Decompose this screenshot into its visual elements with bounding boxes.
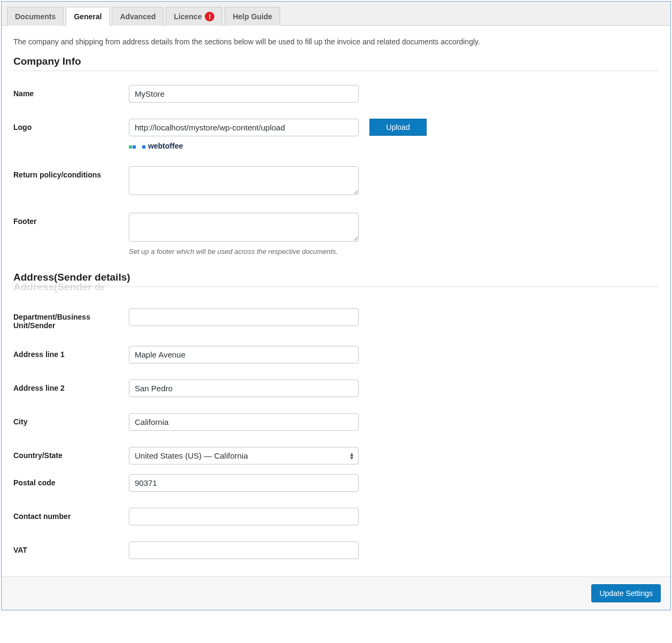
addr1-input[interactable] <box>129 346 359 363</box>
return-policy-input[interactable] <box>129 166 359 195</box>
tab-general[interactable]: General <box>66 7 110 26</box>
label-logo: Logo <box>13 119 129 131</box>
row-country-state: Country/State United States (US) — Calif… <box>13 447 659 464</box>
footer-input[interactable] <box>129 213 359 242</box>
row-name: Name <box>13 85 659 103</box>
tab-help-guide[interactable]: Help Guide <box>225 7 280 26</box>
city-input[interactable] <box>129 413 359 431</box>
label-contact: Contact number <box>13 508 129 521</box>
logo-preview: webtoffee <box>129 142 359 150</box>
tab-documents[interactable]: Documents <box>7 7 64 26</box>
logo-preview-icon <box>129 142 146 150</box>
row-department: Department/Business Unit/Sender <box>13 308 659 330</box>
upload-button[interactable]: Upload <box>369 119 427 136</box>
label-addr1: Address line 1 <box>13 346 129 359</box>
row-return-policy: Return policy/conditions <box>13 166 659 197</box>
row-addr2: Address line 2 <box>13 379 659 397</box>
tab-licence[interactable]: Licence ! <box>166 7 222 26</box>
row-city: City <box>13 413 659 431</box>
label-name: Name <box>13 85 129 98</box>
update-settings-button[interactable]: Update Settings <box>591 584 661 602</box>
label-vat: VAT <box>13 541 129 554</box>
settings-panel: Documents General Advanced Licence ! Hel… <box>1 1 671 610</box>
row-logo: Logo webtoffee Upload <box>13 119 659 150</box>
page-description: The company and shipping from address de… <box>13 37 659 46</box>
row-footer: Footer Set up a footer which will be use… <box>13 213 659 255</box>
section-company-info: Company Info <box>13 56 659 71</box>
footer-bar: Update Settings <box>2 576 670 610</box>
section-address: Address(Sender details) Address(Sender d… <box>13 272 659 287</box>
footer-help-text: Set up a footer which will be used acros… <box>129 247 359 255</box>
row-contact: Contact number <box>13 508 659 525</box>
label-addr2: Address line 2 <box>13 379 129 392</box>
alert-icon: ! <box>205 12 214 21</box>
name-input[interactable] <box>129 85 359 103</box>
department-input[interactable] <box>129 308 359 326</box>
label-department: Department/Business Unit/Sender <box>13 308 129 330</box>
row-addr1: Address line 1 <box>13 346 659 363</box>
postal-input[interactable] <box>129 474 359 492</box>
label-country-state: Country/State <box>13 447 129 460</box>
tab-licence-label: Licence <box>174 12 202 21</box>
label-city: City <box>13 413 129 426</box>
contact-input[interactable] <box>129 508 359 525</box>
row-postal: Postal code <box>13 474 659 492</box>
country-state-select[interactable]: United States (US) — California <box>129 447 359 464</box>
row-vat: VAT <box>13 541 659 559</box>
label-footer: Footer <box>13 213 129 226</box>
tabs-bar: Documents General Advanced Licence ! Hel… <box>2 2 670 26</box>
addr2-input[interactable] <box>129 379 359 397</box>
content-area: The company and shipping from address de… <box>2 26 670 576</box>
logo-url-input[interactable] <box>129 119 359 136</box>
tab-advanced[interactable]: Advanced <box>112 7 164 26</box>
label-return-policy: Return policy/conditions <box>13 166 129 179</box>
vat-input[interactable] <box>129 541 359 559</box>
logo-brand-text: webtoffee <box>148 142 183 150</box>
label-postal: Postal code <box>13 474 129 487</box>
